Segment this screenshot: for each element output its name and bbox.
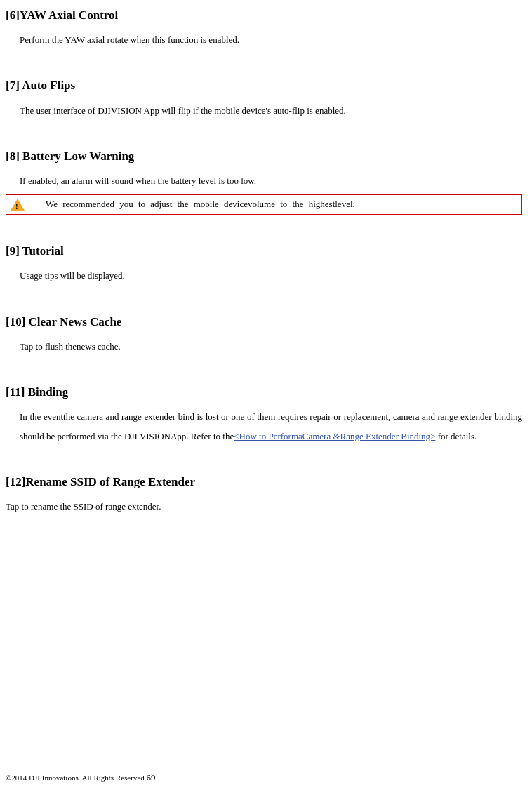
warning-icon — [11, 199, 25, 211]
body-text: In the eventthe camera and range extende… — [6, 407, 522, 446]
section-battery-low-warning: [8] Battery Low Warning If enabled, an a… — [6, 147, 522, 215]
section-auto-flips: [7] Auto Flips The user interface of DJI… — [6, 76, 522, 119]
warning-text: We recommended you to adjust the mobile … — [46, 197, 355, 212]
warning-box: We recommended you to adjust the mobile … — [6, 194, 522, 215]
heading: [11] Binding — [6, 383, 522, 401]
section-tutorial: [9] Tutorial Usage tips will be displaye… — [6, 241, 522, 285]
body-text: Tap to flush thenews cache. — [6, 337, 522, 356]
body-text: Tap to rename the SSID of range extender… — [6, 497, 522, 516]
body-text: Perform the YAW axial rotate when this f… — [6, 30, 522, 49]
heading: [10] Clear News Cache — [6, 312, 522, 331]
heading: [12]Rename SSID of Range Extender — [6, 472, 522, 491]
link-how-to-perform-binding[interactable]: <How to PerformaCamera &Range Extender B… — [234, 431, 435, 441]
heading: [6]YAW Axial Control — [6, 6, 522, 25]
heading: [8] Battery Low Warning — [6, 147, 522, 166]
section-yaw-axial-control: [6]YAW Axial Control Perform the YAW axi… — [6, 6, 522, 49]
body-text: Usage tips will be displayed. — [6, 266, 522, 285]
heading: [9] Tutorial — [6, 241, 522, 260]
body-text: The user interface of DJIVISION App will… — [6, 101, 522, 120]
heading: [7] Auto Flips — [6, 76, 522, 95]
body-post: for details. — [435, 431, 477, 441]
section-clear-news-cache: [10] Clear News Cache Tap to flush thene… — [6, 312, 522, 356]
section-binding: [11] Binding In the eventthe camera and … — [6, 383, 522, 446]
section-rename-ssid: [12]Rename SSID of Range Extender Tap to… — [6, 472, 522, 516]
body-text: If enabled, an alarm will sound when the… — [6, 171, 522, 190]
